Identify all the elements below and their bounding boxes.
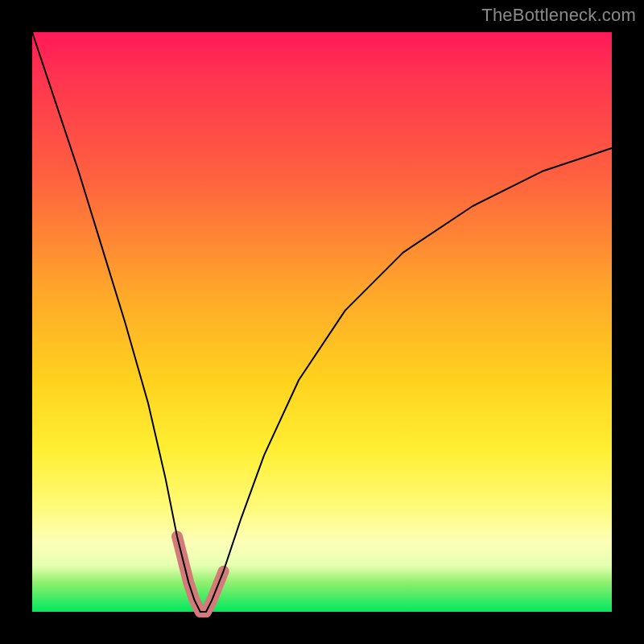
chart-frame: TheBottleneck.com [0, 0, 644, 644]
chart-overlay [32, 32, 612, 612]
highlight-band [177, 536, 224, 612]
watermark-text: TheBottleneck.com [481, 5, 636, 26]
bottleneck-curve [32, 32, 612, 612]
